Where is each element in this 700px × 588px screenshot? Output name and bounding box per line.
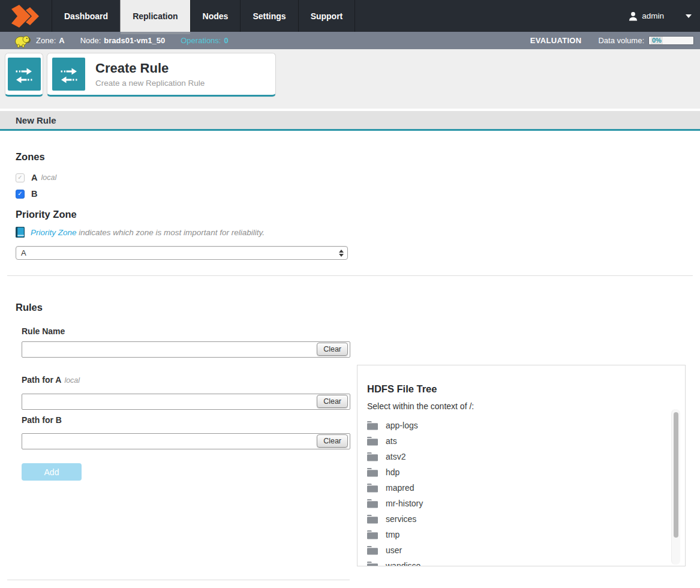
- main-content: Zones ✓ A local ✓ B Priority Zone Priori…: [0, 131, 700, 580]
- paths-column: Path for Alocal Clear Path for B Clear A…: [7, 365, 350, 481]
- navbar-right: admin: [629, 0, 700, 32]
- tab-dashboard[interactable]: Dashboard: [52, 0, 120, 32]
- path-b-input[interactable]: [22, 433, 350, 449]
- data-volume-percent: 0%: [651, 37, 663, 44]
- zone-b-checkbox[interactable]: ✓: [16, 190, 25, 199]
- priority-zone-select[interactable]: A: [16, 246, 348, 260]
- node-indicator: Node:brads01-vm1_50: [80, 36, 166, 45]
- zones-heading: Zones: [16, 131, 693, 163]
- path-a-input[interactable]: [22, 394, 350, 410]
- zone-a-suffix: local: [41, 173, 56, 182]
- tree-folder-row[interactable]: mr-history: [367, 496, 675, 511]
- zone-option-a: ✓ A local: [16, 172, 693, 184]
- zone-indicator: Zone:A: [36, 36, 65, 45]
- folder-name: atsv2: [386, 452, 405, 461]
- data-volume: Data volume: 0%: [598, 36, 694, 45]
- folder-name: ats: [386, 436, 397, 446]
- path-b-clear-button[interactable]: Clear: [317, 434, 348, 448]
- scrollbar-thumb[interactable]: [674, 412, 678, 538]
- file-tree-scrollbar[interactable]: [671, 409, 680, 565]
- data-volume-progressbar: 0%: [648, 36, 694, 45]
- folder-name: services: [386, 514, 416, 524]
- folder-icon: [367, 483, 378, 493]
- replication-rule-shortcut-card[interactable]: [5, 53, 43, 97]
- replication-arrows-icon: [52, 58, 85, 91]
- priority-zone-selected-value: A: [21, 248, 26, 257]
- hadoop-elephant-icon: [14, 34, 31, 48]
- folder-name: wandisco: [386, 561, 420, 566]
- wandisco-logo-icon: [0, 0, 52, 32]
- nav-tabs: Dashboard Replication Nodes Settings Sup…: [52, 0, 355, 32]
- page-subtitle: Create a new Replication Rule: [95, 79, 205, 88]
- path-a-label: Path for Alocal: [22, 375, 350, 385]
- tree-folder-row[interactable]: tmp: [367, 527, 675, 542]
- add-rule-button[interactable]: Add: [22, 463, 82, 481]
- page-title: Create Rule: [95, 61, 205, 76]
- section-header: New Rule: [0, 111, 700, 131]
- tree-folder-row[interactable]: hdp: [367, 464, 675, 480]
- tree-folder-row[interactable]: ats: [367, 433, 675, 449]
- app-window: Dashboard Replication Nodes Settings Sup…: [0, 0, 700, 588]
- rules-heading: Rules: [16, 276, 693, 313]
- user-icon: [629, 11, 638, 21]
- rule-name-label: Rule Name: [22, 326, 693, 336]
- tree-folder-row[interactable]: app-logs: [367, 418, 675, 433]
- top-navbar: Dashboard Replication Nodes Settings Sup…: [0, 0, 700, 32]
- operations-indicator[interactable]: Operations:0: [181, 36, 228, 45]
- folder-icon: [367, 452, 378, 461]
- rule-name-clear-button[interactable]: Clear: [317, 343, 348, 356]
- folder-icon: [367, 545, 378, 555]
- folder-name: hdp: [386, 467, 399, 477]
- path-a-suffix: local: [64, 376, 80, 385]
- folder-name: tmp: [386, 530, 399, 539]
- folder-icon: [367, 561, 378, 566]
- hdfs-file-tree-panel: HDFS File Tree Select within the context…: [357, 365, 686, 566]
- tree-folder-row[interactable]: user: [367, 542, 675, 558]
- user-dropdown-caret-icon[interactable]: [686, 14, 692, 18]
- folder-name: user: [386, 545, 402, 555]
- folder-icon: [367, 514, 378, 524]
- zone-a-label: A: [31, 173, 37, 182]
- username: admin: [642, 11, 664, 20]
- replication-arrows-icon: [8, 58, 41, 91]
- file-tree-list: app-logs ats atsv2 hdp: [367, 418, 675, 566]
- priority-zone-heading: Priority Zone: [16, 200, 693, 220]
- path-b-label: Path for B: [22, 415, 350, 425]
- bottom-divider: [7, 580, 350, 580]
- folder-icon: [367, 467, 378, 477]
- tab-settings[interactable]: Settings: [240, 0, 298, 32]
- rule-name-input[interactable]: [22, 341, 350, 358]
- tree-folder-row[interactable]: atsv2: [367, 449, 675, 464]
- file-tree-heading: HDFS File Tree: [367, 383, 675, 395]
- zone-option-b: ✓ B: [16, 188, 693, 200]
- section-title: New Rule: [16, 115, 56, 125]
- zone-a-checkbox: ✓: [16, 173, 25, 182]
- priority-zone-description: indicates which zone is most important f…: [77, 228, 265, 237]
- create-rule-header-card: Create Rule Create a new Replication Rul…: [47, 53, 276, 97]
- page-header-strip: Create Rule Create a new Replication Rul…: [0, 49, 700, 109]
- zone-b-label: B: [31, 189, 37, 199]
- data-volume-label: Data volume:: [598, 36, 644, 45]
- folder-icon: [367, 499, 378, 508]
- folder-icon: [367, 436, 378, 446]
- folder-name: mapred: [386, 483, 414, 493]
- tab-support[interactable]: Support: [298, 0, 356, 32]
- tree-folder-row[interactable]: services: [367, 511, 675, 527]
- path-a-clear-button[interactable]: Clear: [317, 395, 348, 408]
- user-menu[interactable]: admin: [629, 11, 664, 21]
- file-tree-context-text: Select within the context of /:: [367, 401, 675, 411]
- zone-status-bar: Zone:A Node:brads01-vm1_50 Operations:0 …: [0, 32, 700, 49]
- select-stepper-icon: [339, 250, 344, 257]
- tab-nodes[interactable]: Nodes: [190, 0, 241, 32]
- tree-folder-row[interactable]: wandisco: [367, 558, 675, 566]
- folder-name: app-logs: [386, 421, 418, 430]
- folder-name: mr-history: [386, 499, 423, 508]
- priority-zone-link[interactable]: Priority Zone: [31, 228, 77, 237]
- tree-folder-row[interactable]: mapred: [367, 480, 675, 496]
- folder-icon: [367, 530, 378, 539]
- license-badge: EVALUATION: [530, 36, 582, 45]
- tab-replication[interactable]: Replication: [120, 0, 190, 32]
- glossary-book-icon: [16, 227, 25, 238]
- priority-zone-info: Priority Zone indicates which zone is mo…: [16, 226, 693, 238]
- folder-icon: [367, 421, 378, 430]
